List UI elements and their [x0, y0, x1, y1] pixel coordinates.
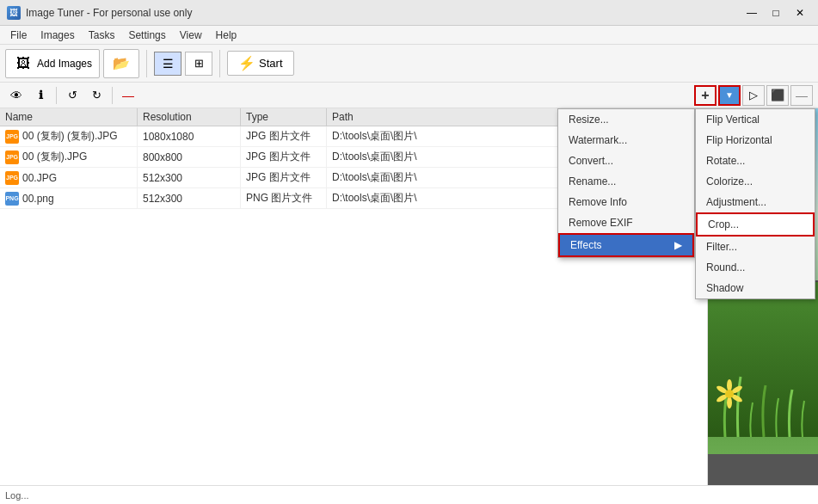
- menu-item-convert[interactable]: Convert...: [558, 151, 694, 171]
- sec-separator: [56, 87, 57, 104]
- menu-file[interactable]: File: [3, 28, 34, 43]
- submenu-shadow[interactable]: Shadow: [696, 278, 815, 298]
- toolbar-separator: [146, 50, 147, 77]
- menu-item-effects[interactable]: Effects ▶: [558, 233, 694, 257]
- list-view-icon: ☰: [163, 57, 174, 71]
- submenu-crop[interactable]: Crop...: [696, 212, 815, 237]
- start-label: Start: [259, 57, 282, 70]
- maximize-button[interactable]: □: [765, 4, 787, 22]
- svg-point-30: [725, 390, 734, 398]
- add-images-icon: 🖼: [13, 53, 34, 74]
- jpg-icon: JPG: [5, 130, 19, 144]
- remove-task-button[interactable]: —: [790, 85, 813, 106]
- log-bar: Log...: [0, 485, 818, 504]
- file-type-cell: JPG 图片文件: [241, 126, 327, 146]
- rotate-right-button[interactable]: ↻: [85, 85, 108, 106]
- rotate-left-button[interactable]: ↺: [61, 85, 83, 106]
- submenu-colorize[interactable]: Colorize...: [696, 171, 815, 192]
- menu-view[interactable]: View: [173, 28, 209, 43]
- file-res-cell: 512x300: [138, 168, 241, 187]
- bottom-image: [708, 282, 818, 454]
- submenu-arrow-icon: ▶: [674, 239, 682, 251]
- remove-button[interactable]: —: [117, 85, 139, 106]
- menu-item-remove-exif[interactable]: Remove EXIF: [558, 212, 694, 233]
- eye-icon: 👁: [10, 89, 22, 102]
- nav-forward-button[interactable]: ▷: [742, 85, 765, 106]
- submenu-flip-horizontal[interactable]: Flip Horizontal: [696, 130, 815, 151]
- add-images-button[interactable]: 🖼 Add Images: [5, 49, 100, 78]
- svg-point-24: [727, 379, 732, 391]
- secondary-toolbar: 👁 ℹ ↺ ↻ — + ▼ ▷ ⬛ —: [0, 83, 818, 108]
- file-type-cell: PNG 图片文件: [241, 188, 327, 208]
- submenu-adjustment[interactable]: Adjustment...: [696, 192, 815, 212]
- info-button[interactable]: ℹ: [29, 85, 52, 106]
- submenu-filter[interactable]: Filter...: [696, 237, 815, 257]
- menu-settings[interactable]: Settings: [121, 28, 172, 43]
- open-folder-icon: 📂: [111, 53, 132, 74]
- menu-item-watermark[interactable]: Watermark...: [558, 130, 694, 151]
- file-name-cell: JPG 00 (复制).JPG: [0, 147, 138, 167]
- png-icon: PNG: [5, 192, 19, 206]
- menu-images[interactable]: Images: [34, 28, 81, 43]
- svg-point-27: [727, 396, 732, 409]
- minimize-button[interactable]: —: [741, 4, 763, 22]
- col-resolution[interactable]: Resolution: [138, 108, 241, 126]
- dropdown-button[interactable]: ▼: [718, 85, 741, 106]
- nav-back-button[interactable]: ⬛: [766, 85, 789, 106]
- rotate-right-icon: ↻: [92, 89, 101, 101]
- start-button[interactable]: ⚡ Start: [227, 51, 293, 76]
- file-res-cell: 512x300: [138, 188, 241, 208]
- close-button[interactable]: ✕: [789, 4, 811, 22]
- file-type-cell: JPG 图片文件: [241, 147, 327, 167]
- start-icon: ⚡: [238, 55, 255, 71]
- col-type[interactable]: Type: [241, 108, 327, 126]
- submenu-flip-vertical[interactable]: Flip Vertical: [696, 109, 815, 130]
- info-icon: ℹ: [39, 89, 43, 101]
- menu-item-remove-info[interactable]: Remove Info: [558, 192, 694, 212]
- rotate-left-icon: ↺: [68, 89, 77, 101]
- add-task-button[interactable]: +: [694, 85, 717, 106]
- title-bar-left: 🖼 Image Tuner - For personal use only: [7, 6, 192, 20]
- file-type-cell: JPG 图片文件: [241, 168, 327, 187]
- sec-separator-2: [112, 87, 113, 104]
- col-name[interactable]: Name: [0, 108, 138, 126]
- preview-button[interactable]: 👁: [5, 85, 28, 106]
- submenu-round[interactable]: Round...: [696, 257, 815, 278]
- menu-item-resize[interactable]: Resize...: [558, 109, 694, 130]
- menu-bar: File Images Tasks Settings View Help: [0, 26, 818, 45]
- file-res-cell: 1080x1080: [138, 126, 241, 146]
- bottom-image-svg: [708, 282, 818, 437]
- open-folder-button[interactable]: 📂: [103, 49, 139, 78]
- list-view-button[interactable]: ☰: [154, 52, 181, 76]
- jpg-icon: JPG: [5, 171, 19, 185]
- title-bar-text: Image Tuner - For personal use only: [26, 7, 192, 19]
- menu-help[interactable]: Help: [209, 28, 244, 43]
- log-text: Log...: [5, 490, 29, 501]
- title-bar: 🖼 Image Tuner - For personal use only — …: [0, 0, 818, 26]
- menu-item-rename[interactable]: Rename...: [558, 171, 694, 192]
- submenu-rotate[interactable]: Rotate...: [696, 151, 815, 171]
- toolbar-separator-2: [219, 50, 220, 77]
- title-bar-controls: — □ ✕: [741, 4, 811, 22]
- thumb-view-button[interactable]: ⊞: [185, 52, 212, 76]
- app-icon: 🖼: [7, 6, 21, 20]
- file-name-cell: PNG 00.png: [0, 188, 138, 208]
- file-res-cell: 800x800: [138, 147, 241, 167]
- jpg-icon: JPG: [5, 151, 19, 164]
- thumb-view-icon: ⊞: [194, 57, 204, 70]
- add-images-label: Add Images: [37, 58, 92, 70]
- toolbar: 🖼 Add Images 📂 ☰ ⊞ ⚡ Start: [0, 45, 818, 83]
- dropdown-menu: Resize... Watermark... Convert... Rename…: [557, 108, 695, 258]
- sec-toolbar-right: + ▼ ▷ ⬛ —: [694, 85, 813, 106]
- file-name-cell: JPG 00 (复制) (复制).JPG: [0, 126, 138, 146]
- effects-submenu: Flip Vertical Flip Horizontal Rotate... …: [695, 108, 815, 299]
- file-name-cell: JPG 00.JPG: [0, 168, 138, 187]
- menu-tasks[interactable]: Tasks: [82, 28, 122, 43]
